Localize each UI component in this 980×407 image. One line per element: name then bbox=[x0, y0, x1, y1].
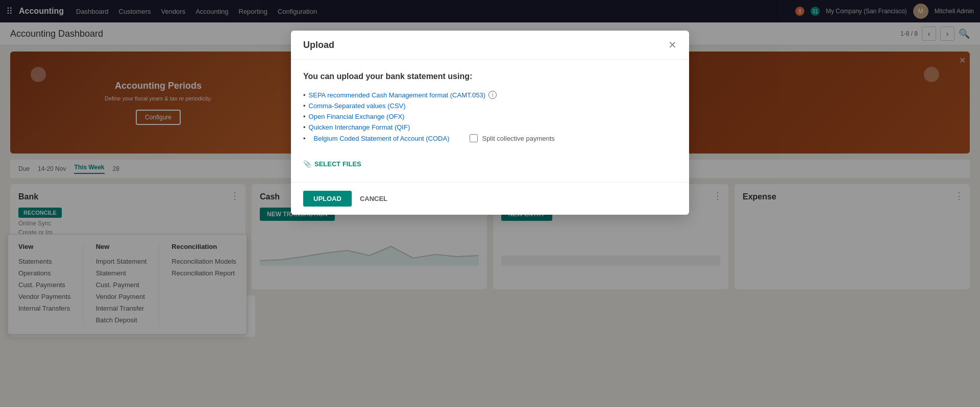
cancel-button[interactable]: CANCEL bbox=[358, 191, 389, 207]
format-ofx: Open Financial Exchange (OFX) bbox=[303, 111, 677, 122]
modal-body: You can upload your bank statement using… bbox=[291, 60, 689, 182]
select-files-button[interactable]: 📎 SELECT FILES bbox=[303, 158, 361, 170]
info-icon[interactable]: i bbox=[488, 91, 497, 99]
format-qif: Quicken Interchange Format (QIF) bbox=[303, 122, 677, 133]
modal-title: Upload bbox=[303, 45, 334, 50]
upload-modal: Upload ✕ You can upload your bank statem… bbox=[291, 45, 689, 215]
split-collective-row: Split collective payments bbox=[470, 134, 554, 142]
format-coda: Belgium Coded Statement of Account (CODA… bbox=[303, 133, 677, 144]
modal-header: Upload ✕ bbox=[291, 45, 689, 60]
format-csv: Comma-Separated values (CSV) bbox=[303, 100, 677, 111]
format-sepa: SEPA recommended Cash Management format … bbox=[303, 89, 677, 100]
split-collective-label: Split collective payments bbox=[482, 135, 554, 142]
main-content: ✕ Accounting Periods Define your fiscal … bbox=[0, 45, 980, 407]
split-collective-checkbox[interactable] bbox=[470, 134, 478, 142]
modal-formats-list: SEPA recommended Cash Management format … bbox=[303, 89, 677, 144]
modal-footer: UPLOAD CANCEL bbox=[291, 182, 689, 215]
paperclip-icon: 📎 bbox=[303, 160, 311, 168]
modal-backdrop: Upload ✕ You can upload your bank statem… bbox=[0, 45, 980, 407]
modal-close-button[interactable]: ✕ bbox=[668, 45, 677, 51]
upload-button[interactable]: UPLOAD bbox=[303, 191, 352, 207]
modal-intro-text: You can upload your bank statement using… bbox=[303, 72, 677, 81]
